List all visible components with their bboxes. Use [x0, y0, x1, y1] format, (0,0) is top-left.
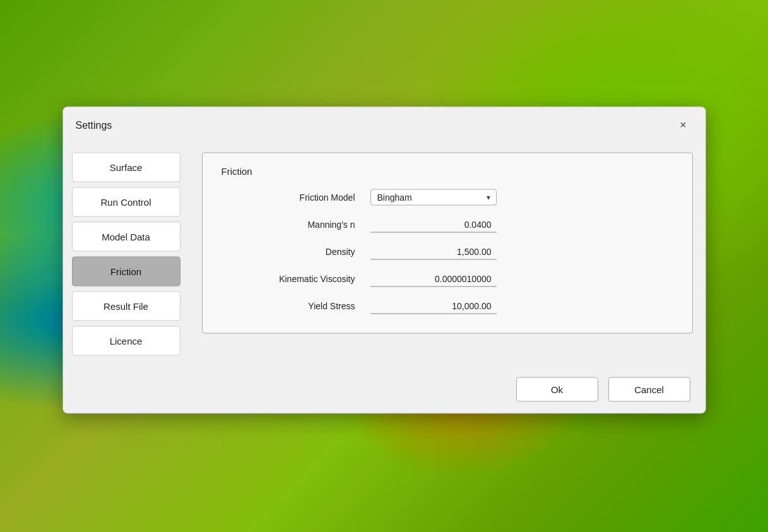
kinematic-viscosity-input[interactable]: [370, 271, 497, 287]
cancel-button[interactable]: Cancel: [608, 377, 690, 401]
sidebar-item-model-data[interactable]: Model Data: [72, 222, 180, 251]
friction-model-select[interactable]: Manning Bingham Chezy: [370, 189, 497, 205]
sidebar-item-result-file[interactable]: Result File: [72, 291, 180, 321]
sidebar-item-licence[interactable]: Licence: [72, 326, 180, 355]
dialog-body: Surface Run Control Model Data Friction …: [63, 142, 706, 365]
sidebar-item-run-control[interactable]: Run Control: [72, 187, 180, 216]
form-grid: Friction Model Manning Bingham Chezy ▾ M…: [222, 189, 673, 314]
dialog-title: Settings: [76, 119, 112, 131]
sidebar-item-surface[interactable]: Surface: [72, 152, 180, 182]
friction-model-wrapper: Manning Bingham Chezy ▾: [370, 189, 497, 205]
sidebar: Surface Run Control Model Data Friction …: [63, 142, 189, 365]
dialog-overlay: Settings × Surface Run Control Model Dat…: [62, 106, 706, 413]
kinematic-viscosity-label: Kinematic Viscosity: [222, 274, 360, 284]
density-label: Density: [222, 247, 360, 257]
settings-dialog: Settings × Surface Run Control Model Dat…: [62, 106, 706, 413]
yield-stress-label: Yield Stress: [222, 301, 360, 311]
mannings-n-input[interactable]: [370, 216, 497, 232]
yield-stress-input[interactable]: [370, 298, 497, 314]
section-title: Friction: [222, 165, 673, 176]
friction-model-label: Friction Model: [222, 192, 360, 202]
dialog-titlebar: Settings ×: [63, 107, 706, 142]
ok-button[interactable]: Ok: [516, 377, 598, 401]
main-content: Friction Friction Model Manning Bingham …: [189, 142, 706, 365]
density-input[interactable]: [370, 244, 497, 259]
sidebar-item-friction[interactable]: Friction: [72, 256, 180, 286]
dialog-footer: Ok Cancel: [63, 365, 706, 413]
mannings-n-label: Manning's n: [222, 220, 360, 230]
friction-section: Friction Friction Model Manning Bingham …: [202, 152, 693, 333]
close-button[interactable]: ×: [674, 115, 693, 134]
